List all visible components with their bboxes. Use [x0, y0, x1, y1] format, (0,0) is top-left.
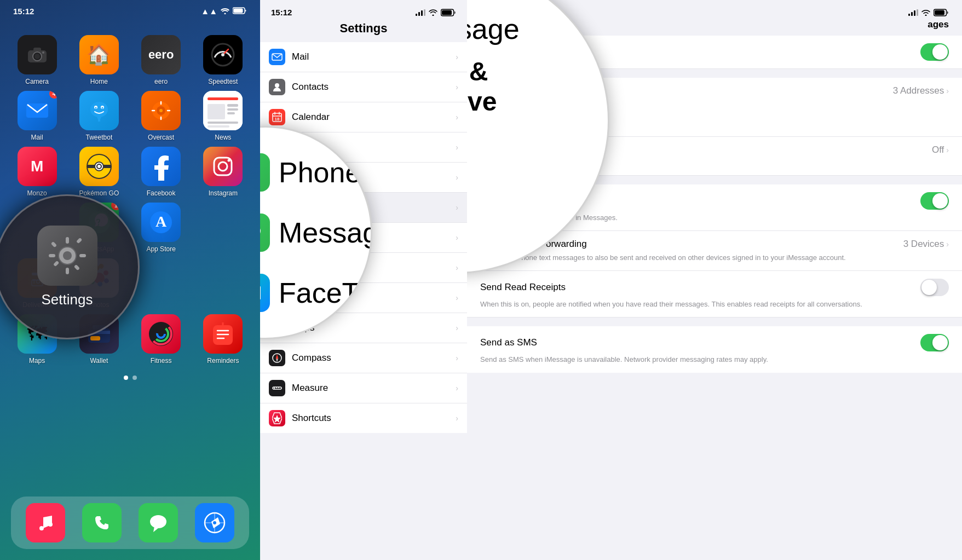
- settings-row-shortcuts[interactable]: Shortcuts ›: [260, 403, 467, 433]
- settings-row-contacts[interactable]: Contacts ›: [260, 72, 467, 102]
- pokemon-label: Pokémon GO: [79, 189, 119, 197]
- news-label: News: [215, 134, 231, 141]
- dock-phone[interactable]: [82, 503, 122, 542]
- settings-status-icons: [416, 9, 456, 16]
- dock-safari[interactable]: [195, 503, 234, 542]
- instagram-icon: [203, 147, 243, 186]
- svg-rect-130: [911, 12, 913, 16]
- imessage-magnified-title: iMessage: [467, 13, 586, 45]
- imessage-magnified-subtitle: Send & Receive: [467, 56, 586, 117]
- send-as-sms-section: Send as SMS Send as SMS when iMessage is…: [467, 326, 962, 372]
- svg-rect-29: [227, 104, 238, 107]
- maps-chevron: ›: [456, 324, 458, 332]
- app-pokemon[interactable]: Pokémon GO: [73, 147, 125, 197]
- eero-label: eero: [154, 78, 168, 85]
- dock-music[interactable]: [26, 503, 65, 542]
- app-eero[interactable]: eero eero: [135, 35, 187, 85]
- settings-status-bar: 15:12: [260, 0, 467, 17]
- svg-rect-94: [442, 10, 452, 15]
- settings-circle-label: Settings: [42, 291, 93, 308]
- send-as-sms-toggle[interactable]: [920, 334, 949, 351]
- app-home[interactable]: 🏠 Home: [73, 35, 125, 85]
- app-camera[interactable]: Camera: [11, 35, 63, 85]
- settings-panel: 15:12 Settings: [260, 0, 467, 560]
- fitness-label: Fitness: [151, 357, 172, 365]
- notes-chevron: ›: [456, 143, 458, 152]
- settings-row-compass[interactable]: Compass ›: [260, 343, 467, 373]
- app-news[interactable]: News: [197, 91, 249, 141]
- shortcuts-settings-icon: [269, 410, 285, 426]
- imessage-page-title: ages: [928, 19, 949, 30]
- magnifier-messages-icon: [260, 213, 270, 252]
- settings-row-calendar[interactable]: 18 Calendar ›: [260, 102, 467, 132]
- imessage-panel: iMessage Send & Receive 15:12: [467, 0, 962, 560]
- app-facebook[interactable]: Facebook: [135, 147, 187, 197]
- svg-rect-129: [908, 14, 910, 16]
- app-fitness[interactable]: Fitness: [135, 314, 187, 365]
- contacts-settings-icon: [269, 79, 285, 95]
- svg-rect-90: [418, 12, 420, 16]
- page-dot-1: [124, 376, 128, 380]
- svg-rect-131: [914, 10, 915, 16]
- send-as-sms-header: Send as SMS: [480, 334, 949, 351]
- show-contact-photos-toggle[interactable]: [920, 192, 949, 210]
- send-read-receipts-toggle[interactable]: [920, 279, 949, 296]
- svg-marker-124: [273, 415, 281, 423]
- svg-rect-73: [66, 268, 69, 274]
- imessage-toggle[interactable]: [920, 43, 949, 61]
- magnifier-messages-label: Messages: [279, 216, 372, 249]
- overcast-icon: [141, 91, 181, 130]
- svg-rect-77: [76, 238, 82, 244]
- app-appstore[interactable]: A App Store: [135, 203, 187, 253]
- imessage-status-icons: [908, 9, 949, 16]
- settings-wifi-icon: [429, 9, 437, 16]
- wallet-label: Wallet: [90, 357, 108, 365]
- app-mail[interactable]: 4 Mail: [11, 91, 63, 141]
- svg-point-39: [218, 162, 227, 171]
- settings-row-mail[interactable]: Mail ›: [260, 42, 467, 72]
- svg-rect-132: [917, 9, 918, 16]
- app-speedtest[interactable]: Speedtest: [197, 35, 249, 85]
- monzo-icon: M: [18, 147, 57, 186]
- app-overcast[interactable]: Overcast: [135, 91, 187, 141]
- send-read-receipts-header: Send Read Receipts: [480, 279, 949, 296]
- app-reminders[interactable]: Reminders: [197, 314, 249, 365]
- mail-icon: 4: [18, 91, 57, 130]
- text-forwarding-chevron: ›: [946, 240, 949, 249]
- app-grid-row1: Camera 🏠 Home eero eero Speedtest: [0, 24, 260, 91]
- send-as-sms-desc: Send as SMS when iMessage is unavailable…: [480, 355, 949, 365]
- settings-row-measure[interactable]: Measure ›: [260, 373, 467, 403]
- svg-rect-91: [421, 10, 423, 16]
- svg-rect-30: [227, 108, 238, 111]
- send-as-sms-row: Send as SMS Send as SMS when iMessage is…: [467, 326, 962, 372]
- svg-point-16: [101, 107, 103, 109]
- magnifier-facetime-icon: [260, 274, 270, 312]
- settings-battery-icon: [441, 9, 456, 16]
- measure-settings-icon: [269, 380, 285, 396]
- app-instagram[interactable]: Instagram: [197, 147, 249, 197]
- app-monzo[interactable]: M Monzo: [11, 147, 63, 197]
- status-icons: ▲▲: [201, 7, 247, 16]
- compass-settings-label: Compass: [292, 353, 456, 363]
- svg-point-71: [63, 251, 72, 260]
- svg-text:18: 18: [275, 117, 280, 122]
- svg-rect-2: [234, 9, 243, 13]
- send-read-receipts-label: Send Read Receipts: [480, 282, 566, 293]
- phone-time: 15:12: [13, 7, 34, 16]
- dock-messages[interactable]: [139, 503, 178, 542]
- phone-status-bar: 15:12 ▲▲: [0, 0, 260, 16]
- stocks-chevron: ›: [456, 263, 458, 272]
- phone-panel: 15:12 ▲▲: [0, 0, 260, 560]
- messages-on-mac-right: Off ›: [932, 145, 949, 155]
- send-receive-right: 3 Addresses ›: [893, 85, 949, 96]
- instagram-label: Instagram: [209, 189, 238, 197]
- overcast-label: Overcast: [148, 134, 174, 141]
- compass-chevron: ›: [456, 354, 458, 362]
- svg-point-0: [224, 13, 226, 15]
- app-grid-row2: 4 Mail Tweetbot: [0, 91, 260, 147]
- svg-point-15: [95, 107, 96, 109]
- settings-circle[interactable]: Settings: [0, 194, 140, 339]
- svg-point-88: [213, 521, 216, 524]
- svg-rect-74: [49, 254, 55, 257]
- app-tweetbot[interactable]: Tweetbot: [73, 91, 125, 141]
